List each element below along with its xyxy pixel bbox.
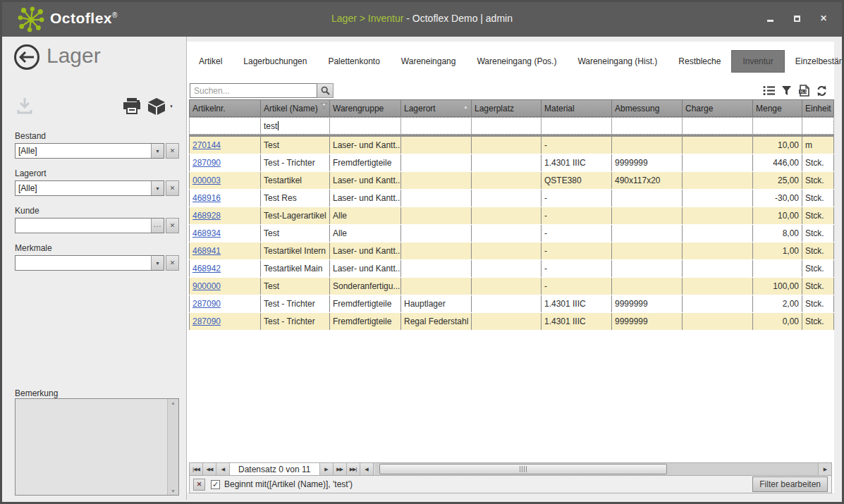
tab-wareneingang-pos-[interactable]: Wareneingang (Pos.) bbox=[466, 51, 567, 72]
cell-artikelnr-[interactable]: 468941 bbox=[189, 242, 261, 259]
clear-field-icon[interactable]: ✕ bbox=[166, 180, 179, 196]
search-input[interactable] bbox=[190, 83, 317, 98]
tab-lagerbuchungen[interactable]: Lagerbuchungen bbox=[233, 51, 317, 72]
cell-artikelnr-[interactable]: 270144 bbox=[189, 137, 261, 154]
artikelnr-link[interactable]: 287090 bbox=[192, 158, 221, 168]
clear-field-icon[interactable]: ✕ bbox=[166, 143, 179, 159]
table-row[interactable]: 000003TestartikelLaser- und Kantt...QSTE… bbox=[189, 172, 834, 190]
filter-cell-lagerort[interactable] bbox=[401, 118, 472, 134]
table-row[interactable]: 468916Test ResLaser- und Kantt...--30,00… bbox=[189, 190, 834, 207]
artikelnr-link[interactable]: 900000 bbox=[192, 281, 221, 291]
kunde-input[interactable]: ... bbox=[15, 218, 164, 233]
tab-inventur[interactable]: Inventur bbox=[731, 50, 784, 73]
clear-field-icon[interactable]: ✕ bbox=[166, 218, 179, 233]
column-header-artikelnr-[interactable]: Artikelnr. bbox=[189, 99, 261, 117]
tab-wareneingang[interactable]: Wareneingang bbox=[391, 51, 467, 72]
hscroll-thumb[interactable] bbox=[379, 464, 668, 474]
cell-artikelnr-[interactable]: 287090 bbox=[189, 313, 261, 330]
horizontal-scrollbar[interactable] bbox=[375, 463, 818, 475]
nav-prev-page-button[interactable]: ◀◀ bbox=[203, 463, 216, 475]
nav-last-button[interactable]: ▶▶| bbox=[347, 463, 360, 475]
nav-next-button[interactable]: ▶ bbox=[320, 463, 334, 475]
cell-artikelnr-[interactable]: 287090 bbox=[189, 154, 261, 171]
artikelnr-link[interactable]: 287090 bbox=[192, 316, 221, 326]
filter-cell-abmessung[interactable] bbox=[612, 118, 683, 134]
bemerkung-scrollbar[interactable]: ▲ ▼ bbox=[167, 399, 178, 495]
export-xls-button[interactable]: XLS bbox=[797, 84, 811, 97]
artikelnr-link[interactable]: 000003 bbox=[192, 176, 221, 185]
column-header-einheit[interactable]: Einheit bbox=[802, 99, 834, 117]
artikelnr-link[interactable]: 468934 bbox=[192, 228, 221, 238]
filter-enabled-checkbox[interactable]: ✓ bbox=[211, 480, 220, 489]
dropdown-arrow-icon[interactable]: ▼ bbox=[151, 256, 164, 270]
lagerort-input[interactable]: [Alle]▼ bbox=[15, 180, 164, 196]
artikelnr-link[interactable]: 468916 bbox=[192, 193, 221, 203]
column-header-lagerort[interactable]: Lagerort▲ bbox=[401, 99, 472, 117]
filter-cell-artikelnr-[interactable] bbox=[190, 118, 261, 134]
filter-cell-einheit[interactable] bbox=[802, 118, 833, 134]
tab-wareneingang-hist-[interactable]: Wareneingang (Hist.) bbox=[567, 51, 668, 72]
package-cube-button[interactable] bbox=[147, 97, 166, 116]
tab-restbleche[interactable]: Restbleche bbox=[668, 51, 731, 72]
hscroll-left-button[interactable]: ◀ bbox=[360, 463, 374, 475]
table-row[interactable]: 287090Test - TrichterFremdfertigteileReg… bbox=[189, 313, 834, 331]
column-header-charge[interactable]: Charge bbox=[683, 99, 753, 117]
scroll-down-icon[interactable]: ▼ bbox=[171, 488, 176, 493]
print-button[interactable] bbox=[123, 97, 141, 114]
filter-edit-button[interactable]: Filter bearbeiten bbox=[752, 477, 828, 492]
download-icon-disabled[interactable] bbox=[17, 97, 32, 114]
artikelnr-link[interactable]: 468942 bbox=[192, 264, 221, 273]
filter-cell-artikel-name-[interactable]: test bbox=[261, 118, 330, 134]
table-row[interactable]: 900000TestSonderanfertigu...-100,00Stck. bbox=[189, 278, 834, 295]
bemerkung-textarea[interactable]: ▲ ▼ bbox=[15, 398, 179, 496]
table-row[interactable]: 468934TestAlle-8,00Stck. bbox=[189, 225, 834, 242]
cell-artikelnr-[interactable]: 468928 bbox=[189, 207, 261, 224]
artikelnr-link[interactable]: 468941 bbox=[192, 246, 221, 256]
cell-artikelnr-[interactable]: 468934 bbox=[189, 225, 261, 242]
filter-cell-charge[interactable] bbox=[683, 118, 753, 134]
cell-artikelnr-[interactable]: 287090 bbox=[189, 295, 261, 312]
column-header-menge[interactable]: Menge bbox=[753, 99, 802, 117]
artikelnr-link[interactable]: 270144 bbox=[192, 140, 221, 150]
cell-artikelnr-[interactable]: 000003 bbox=[189, 172, 261, 189]
artikelnr-link[interactable]: 468928 bbox=[192, 211, 221, 221]
nav-next-page-button[interactable]: ▶▶ bbox=[334, 463, 347, 475]
scroll-up-icon[interactable]: ▲ bbox=[171, 400, 176, 405]
column-header-artikel-name-[interactable]: Artikel (Name) bbox=[261, 99, 330, 117]
column-filter-icon[interactable] bbox=[321, 103, 327, 109]
dropdown-arrow-icon[interactable]: ▼ bbox=[151, 144, 164, 158]
filter-cell-menge[interactable] bbox=[753, 118, 802, 134]
column-header-abmessung[interactable]: Abmessung bbox=[612, 99, 683, 117]
minimize-button[interactable] bbox=[764, 13, 776, 23]
cell-artikelnr-[interactable]: 900000 bbox=[189, 278, 261, 295]
back-button[interactable] bbox=[14, 44, 39, 70]
close-button[interactable]: ✕ bbox=[818, 13, 829, 23]
tab-artikel[interactable]: Artikel bbox=[188, 51, 233, 72]
maximize-button[interactable] bbox=[791, 13, 802, 23]
filter-cell-warengruppe[interactable] bbox=[330, 118, 401, 134]
table-row[interactable]: 468928Test-LagerartikelAlle-10,00Stck. bbox=[189, 207, 834, 225]
tab-palettenkonto[interactable]: Palettenkonto bbox=[317, 51, 390, 72]
column-header-warengruppe[interactable]: Warengruppe bbox=[330, 99, 401, 117]
tab-einzelbestände[interactable]: Einzelbestände bbox=[785, 51, 844, 72]
table-row[interactable]: 287090Test - TrichterFremdfertigteile1.4… bbox=[189, 154, 834, 172]
column-header-lagerplatz[interactable]: Lagerplatz bbox=[472, 99, 542, 117]
refresh-button[interactable] bbox=[815, 84, 828, 97]
table-row[interactable]: 468941Testartikel InternLaser- und Kantt… bbox=[189, 242, 834, 260]
hscroll-right-button[interactable]: ▶ bbox=[818, 463, 831, 475]
search-button[interactable] bbox=[317, 83, 334, 98]
nav-prev-button[interactable]: ◀ bbox=[216, 463, 230, 475]
column-header-material[interactable]: Material bbox=[542, 99, 612, 117]
table-row[interactable]: 287090Test - TrichterFremdfertigteileHau… bbox=[189, 295, 834, 313]
nav-first-button[interactable]: |◀◀ bbox=[190, 463, 203, 475]
cell-artikelnr-[interactable]: 468942 bbox=[189, 260, 261, 277]
merkmale-input[interactable]: ▼ bbox=[15, 255, 164, 271]
dropdown-arrow-icon[interactable]: ▼ bbox=[151, 181, 164, 195]
artikelnr-link[interactable]: 287090 bbox=[192, 299, 221, 309]
filter-cell-lagerplatz[interactable] bbox=[472, 118, 542, 134]
column-chooser-button[interactable] bbox=[762, 84, 776, 97]
cube-dropdown-caret-icon[interactable]: ▼ bbox=[169, 104, 173, 109]
filter-button[interactable] bbox=[780, 84, 793, 97]
filter-cell-material[interactable] bbox=[542, 118, 612, 134]
clear-field-icon[interactable]: ✕ bbox=[166, 255, 179, 271]
